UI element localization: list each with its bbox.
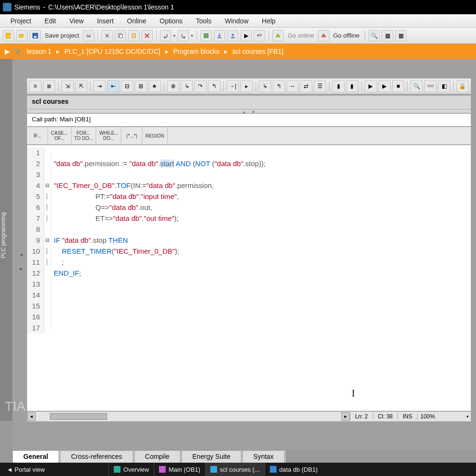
- copy-button[interactable]: [115, 30, 126, 41]
- code-line[interactable]: 5│ PT:="data db"."input time",: [27, 191, 471, 202]
- code-line[interactable]: 11│ ;: [27, 257, 471, 268]
- menu-edit[interactable]: Edit: [38, 15, 63, 27]
- snippet-for[interactable]: FOR...TO DO...: [71, 127, 97, 144]
- save-button[interactable]: [30, 30, 41, 41]
- code-line[interactable]: 17: [27, 322, 471, 333]
- import-button[interactable]: ⇱: [75, 80, 88, 92]
- blue-flag-button[interactable]: ▮: [346, 80, 358, 92]
- continue-button[interactable]: ▸: [240, 80, 253, 92]
- open-project-button[interactable]: [16, 30, 28, 41]
- code-line[interactable]: 16: [27, 311, 471, 322]
- new-project-button[interactable]: [3, 30, 14, 41]
- upload-button[interactable]: [227, 30, 238, 41]
- code-editor[interactable]: 12"data db".permission := "data db".star…: [27, 145, 471, 411]
- break-all-button[interactable]: ⊗: [167, 80, 179, 92]
- search-button[interactable]: 🔍: [410, 80, 423, 92]
- download-button[interactable]: [214, 30, 225, 41]
- snippet-[interactable]: (*...*): [121, 127, 142, 144]
- breadcrumb-nav-icon[interactable]: ▶: [5, 48, 10, 55]
- stop-button[interactable]: ■: [392, 80, 405, 92]
- branch-out-button[interactable]: ↰: [273, 80, 285, 92]
- cpu-button[interactable]: ▦: [382, 30, 393, 41]
- menu-options[interactable]: Options: [153, 15, 189, 27]
- accessible-devices-button[interactable]: 🔍: [368, 30, 380, 41]
- stop-monitor-button[interactable]: ▶: [378, 80, 391, 92]
- compile-button[interactable]: [200, 30, 212, 41]
- menu-view[interactable]: View: [63, 15, 90, 27]
- run-to-button[interactable]: →|: [227, 80, 239, 92]
- start-sim-button[interactable]: ▶: [240, 30, 252, 41]
- paste-button[interactable]: [128, 30, 139, 41]
- bottom-tab-cross-references[interactable]: Cross-references: [60, 450, 133, 464]
- menu-insert[interactable]: Insert: [90, 15, 120, 27]
- code-line[interactable]: 8: [27, 224, 471, 235]
- split-handle[interactable]: ▴ ▾: [27, 109, 471, 113]
- start-runtime-button[interactable]: RT: [254, 30, 265, 41]
- code-line[interactable]: 3: [27, 169, 471, 180]
- splitter-grip[interactable]: [19, 252, 24, 276]
- insert-network-button[interactable]: ≡: [29, 80, 41, 92]
- hmi-button[interactable]: ▦: [395, 30, 407, 41]
- zoom-select[interactable]: 100%: [417, 413, 465, 420]
- red-flag-button[interactable]: ▮: [332, 80, 345, 92]
- code-line[interactable]: 1: [27, 147, 471, 158]
- step-out-button[interactable]: ↰: [208, 80, 220, 92]
- branch-in-button[interactable]: ↳: [259, 80, 271, 92]
- code-line[interactable]: 2"data db".permission := "data db".start…: [27, 158, 471, 169]
- bottom-tab-compile[interactable]: Compile: [134, 450, 180, 464]
- code-line[interactable]: 6│ Q=>"data db".out,: [27, 202, 471, 213]
- delete-button[interactable]: [141, 30, 153, 41]
- snippet-region[interactable]: REGION: [142, 127, 167, 144]
- code-line[interactable]: 15: [27, 300, 471, 311]
- code-line[interactable]: 9⊟IF "data db".stop THEN: [27, 235, 471, 246]
- step-in-button[interactable]: ↳: [181, 80, 193, 92]
- redo-button[interactable]: [178, 30, 189, 41]
- toggle-view-button[interactable]: ☰: [314, 80, 326, 92]
- doc-tab[interactable]: Main (OB1): [154, 463, 205, 476]
- bookmark-button[interactable]: ★: [149, 80, 161, 92]
- find-button[interactable]: ⇄: [300, 80, 312, 92]
- breadcrumb-item[interactable]: Program blocks: [173, 48, 219, 55]
- undo-button[interactable]: [160, 30, 171, 41]
- horizontal-scrollbar[interactable]: ◄ ►: [27, 412, 350, 421]
- menu-help[interactable]: Help: [255, 15, 282, 27]
- goto-button[interactable]: ↔: [287, 80, 299, 92]
- indent-button[interactable]: ⇥: [93, 80, 106, 92]
- export-button[interactable]: ⇲: [61, 80, 74, 92]
- snippet-if[interactable]: IF...: [27, 127, 48, 144]
- monitor-button[interactable]: ▶: [365, 80, 377, 92]
- menu-tools[interactable]: Tools: [189, 15, 218, 27]
- breadcrumb-item[interactable]: PLC_1 [CPU 1215C DC/DC/DC]: [64, 48, 160, 55]
- lock-button[interactable]: 🔒: [456, 80, 469, 92]
- left-rail[interactable]: PLC programming: [0, 59, 12, 421]
- code-line[interactable]: 12END_IF;: [27, 268, 471, 278]
- collapse-button[interactable]: ⊟: [121, 80, 133, 92]
- doc-tab[interactable]: scl courses (...: [205, 463, 265, 476]
- expand-button[interactable]: ⊞: [135, 80, 147, 92]
- portal-view-button[interactable]: ◄ Portal view: [0, 466, 51, 473]
- code-line[interactable]: 4⊟"IEC_Timer_0_DB".TOF(IN:="data db".per…: [27, 180, 471, 191]
- tag-button[interactable]: ◧: [438, 80, 450, 92]
- snippet-case[interactable]: CASE...OF...: [48, 127, 71, 144]
- step-over-button[interactable]: ↷: [194, 80, 207, 92]
- doc-tab[interactable]: data db (DB1): [265, 463, 323, 476]
- doc-tab[interactable]: Overview: [109, 463, 154, 476]
- go-offline-icon[interactable]: [318, 30, 329, 41]
- bottom-tab-general[interactable]: General: [12, 450, 59, 464]
- outdent-button[interactable]: ⇤: [107, 80, 119, 92]
- code-line[interactable]: 13: [27, 278, 471, 289]
- print-button[interactable]: [83, 30, 94, 41]
- menu-online[interactable]: Online: [120, 15, 153, 27]
- menu-window[interactable]: Window: [218, 15, 255, 27]
- menu-project[interactable]: Project: [4, 15, 38, 27]
- glasses-button[interactable]: 👓: [424, 80, 436, 92]
- code-line[interactable]: 10│ RESET_TIMER("IEC_Timer_0_DB");: [27, 246, 471, 257]
- insert-row-button[interactable]: ≣: [43, 80, 55, 92]
- pin-icon[interactable]: 📎: [14, 48, 22, 55]
- go-offline-label[interactable]: Go offline: [331, 32, 361, 39]
- snippet-while[interactable]: WHILE...DO...: [96, 127, 121, 144]
- cut-button[interactable]: [101, 30, 113, 41]
- go-online-label[interactable]: Go online: [286, 32, 316, 39]
- go-online-icon[interactable]: [272, 30, 284, 41]
- bottom-tab-energy-suite[interactable]: Energy Suite: [181, 450, 241, 464]
